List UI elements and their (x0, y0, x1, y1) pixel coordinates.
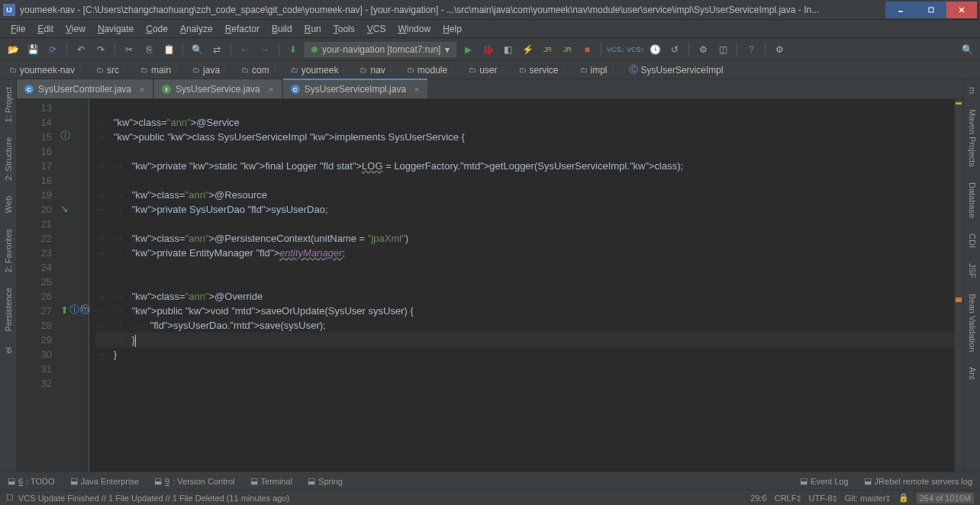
code-content[interactable]: → "kw">class="ann">@Service→ "kw">public… (89, 99, 954, 471)
line-number[interactable]: 15 (18, 130, 52, 144)
menu-help[interactable]: Help (437, 21, 468, 37)
bottom-tab-eventlog[interactable]: ⬓Event Log (797, 474, 852, 487)
line-number[interactable]: 23 (18, 246, 52, 260)
breadcrumb-item[interactable]: 🗀main〉 (136, 64, 186, 76)
line-number[interactable]: 16 (18, 144, 52, 159)
build-icon[interactable]: ⬇ (285, 41, 301, 58)
save-icon[interactable]: 💾 (24, 41, 41, 58)
find-icon[interactable]: 🔍 (189, 41, 205, 58)
copy-icon[interactable]: ⎘ (140, 41, 157, 58)
lock-icon[interactable]: 🔒 (898, 493, 909, 503)
right-tool-m[interactable]: m (966, 82, 978, 98)
line-number[interactable]: 22 (18, 231, 52, 246)
code-line[interactable] (95, 217, 954, 231)
code-line[interactable]: → → → "fld">sysUserDao."mtd">save(sysUse… (95, 318, 954, 333)
line-number[interactable]: 27 (18, 304, 52, 318)
menu-file[interactable]: File (5, 21, 31, 37)
left-tool-structure[interactable]: 2: Structure (2, 133, 15, 185)
coverage-icon[interactable]: ◧ (499, 41, 516, 58)
menu-window[interactable]: Window (392, 21, 437, 37)
code-line[interactable]: → → "kw">class="ann">@PersistenceContext… (95, 231, 954, 246)
close-tab-icon[interactable]: ✕ (139, 85, 145, 94)
line-number[interactable]: 21 (18, 217, 52, 231)
line-separator[interactable]: CRLF‡ (775, 494, 801, 503)
close-tab-icon[interactable]: ✕ (268, 85, 274, 94)
breadcrumb-item[interactable]: 🗀youmeek-nav〉 (5, 64, 90, 76)
line-number[interactable]: 25 (18, 275, 52, 289)
right-tool-beanvalidation[interactable]: Bean Validation (966, 289, 978, 356)
breadcrumb-item[interactable]: 🗀com〉 (237, 64, 285, 76)
editor-tab[interactable]: CSysUserController.java✕ (17, 79, 153, 98)
gutter-bean-icon[interactable]: ↘ (60, 202, 88, 214)
warning-marker[interactable] (956, 102, 962, 105)
line-number[interactable]: 32 (18, 376, 52, 391)
help-icon[interactable]: ? (743, 41, 759, 58)
code-line[interactable]: → } (95, 347, 954, 362)
close-tab-icon[interactable]: ✕ (414, 85, 420, 94)
bottom-tab-jrebelremoteserverslog[interactable]: ⬓JRebel remote servers log (861, 474, 975, 487)
vcs-update-icon[interactable]: VCS↓ (607, 41, 624, 58)
left-tool-project[interactable]: 1: Project (2, 82, 15, 127)
editor-tab[interactable]: CSysUserServiceImpl.java✕ (283, 79, 427, 98)
line-number[interactable]: 30 (18, 347, 52, 362)
line-number[interactable]: 20 (18, 202, 52, 217)
code-line[interactable] (95, 362, 954, 376)
code-line[interactable] (95, 101, 954, 115)
git-branch[interactable]: Git: master‡ (845, 494, 891, 503)
undo-icon[interactable]: ↶ (73, 41, 89, 58)
encoding[interactable]: UTF-8‡ (809, 494, 837, 503)
code-line[interactable]: → "kw">class="ann">@Service (95, 115, 954, 130)
code-line[interactable]: → → "kw">private "kw">static "kw">final … (95, 159, 954, 173)
menu-vcs[interactable]: VCS (361, 21, 392, 37)
gutter-impl-icon[interactable]: Ⓘ (60, 130, 88, 142)
right-tool-mavenprojects[interactable]: Maven Projects (966, 105, 978, 172)
code-line[interactable] (95, 173, 954, 188)
code-line[interactable]: → → "kw">private SysUserDao "fld">sysUse… (95, 202, 954, 217)
code-line[interactable]: → → "kw">public "kw">void "mtd">saveOrUp… (95, 304, 954, 318)
right-tool-database[interactable]: Database (966, 178, 978, 223)
menu-build[interactable]: Build (266, 21, 298, 37)
code-line[interactable]: → → } (95, 333, 954, 347)
vcs-history-icon[interactable]: 🕓 (646, 41, 663, 58)
vcs-commit-icon[interactable]: VCS↑ (627, 41, 643, 58)
paste-icon[interactable]: 📋 (160, 41, 177, 58)
left-tool-el[interactable]: el (2, 343, 15, 359)
vcs-revert-icon[interactable]: ↺ (666, 41, 683, 58)
cut-icon[interactable]: ✂ (121, 41, 137, 58)
breadcrumb-item[interactable]: 🗀module〉 (402, 64, 463, 76)
bottom-tab-javaenterprise[interactable]: ⬓Java Enterprise (67, 474, 142, 487)
line-number[interactable]: 24 (18, 260, 52, 275)
breadcrumb-item[interactable]: 🗀java〉 (188, 64, 235, 76)
menu-refactor[interactable]: Refactor (219, 21, 266, 37)
right-tool-ant[interactable]: Ant (966, 362, 978, 384)
memory-indicator[interactable]: 264 of 1016M (917, 493, 974, 503)
bottom-tab-todo[interactable]: ⬓6: TODO (5, 474, 58, 487)
forward-icon[interactable]: → (256, 41, 273, 58)
debug-icon[interactable]: 🐞 (479, 41, 496, 58)
code-line[interactable]: → "kw">public "kw">class SysUserServiceI… (95, 130, 954, 144)
code-line[interactable] (95, 376, 954, 391)
stop-icon[interactable]: ■ (579, 41, 595, 58)
code-line[interactable]: → → "kw">class="ann">@Resource (95, 188, 954, 202)
code-line[interactable] (95, 260, 954, 275)
breadcrumb-item[interactable]: 🗀user〉 (464, 64, 512, 76)
line-number[interactable]: 14 (18, 115, 52, 130)
menu-analyze[interactable]: Analyze (174, 21, 219, 37)
right-tool-cdi[interactable]: CDI (966, 229, 978, 252)
marker-strip[interactable] (954, 99, 963, 471)
jrebel-debug-icon[interactable]: JR (559, 41, 575, 58)
search-everywhere-icon[interactable]: 🔍 (959, 41, 975, 58)
project-structure-icon[interactable]: ◫ (714, 41, 731, 58)
replace-icon[interactable]: ⇄ (208, 41, 225, 58)
close-button[interactable] (946, 2, 977, 18)
menu-tools[interactable]: Tools (327, 21, 361, 37)
bottom-tab-spring[interactable]: ⬓Spring (305, 474, 346, 487)
run-config-dropdown[interactable]: your-navigation [tomcat7:run] ▾ (305, 42, 456, 57)
breadcrumb-item[interactable]: ⒸSysUserServiceImpl (624, 63, 728, 77)
menu-code[interactable]: Code (140, 21, 174, 37)
maximize-button[interactable] (916, 2, 946, 18)
editor-tab[interactable]: ISysUserService.java✕ (154, 79, 282, 98)
code-line[interactable]: → → "kw">class="ann">@Override (95, 289, 954, 304)
left-tool-persistence[interactable]: Persistence (2, 283, 15, 336)
breadcrumb-item[interactable]: 🗀nav〉 (355, 64, 400, 76)
